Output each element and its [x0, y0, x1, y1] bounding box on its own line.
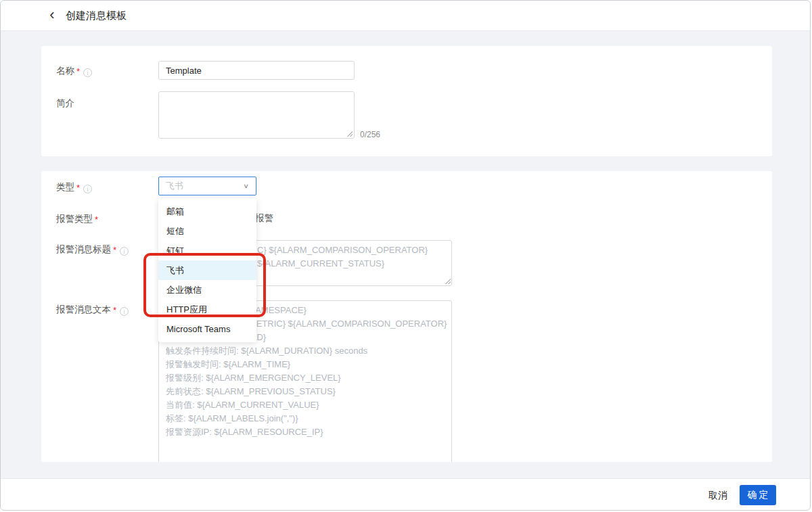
- dropdown-option[interactable]: 飞书: [158, 260, 256, 280]
- footer-bar: 取消 确定: [1, 478, 810, 511]
- alarm-type-value-partial: 报警: [255, 212, 273, 225]
- basic-info-card: 名称*i Template 简介 0/256: [41, 46, 772, 156]
- info-icon[interactable]: i: [83, 68, 92, 77]
- required-asterisk: *: [76, 66, 80, 76]
- dropdown-option[interactable]: 企业微信: [158, 280, 256, 300]
- textarea-line: 标签: ${ALARM_LABELS.join(",")}: [166, 412, 445, 425]
- textarea-line: 报警触发时间: ${ALARM_TIME}: [166, 358, 445, 371]
- alarm-type-label: 报警类型*: [56, 213, 98, 225]
- name-label: 名称*i: [56, 65, 92, 77]
- dropdown-option[interactable]: 短信: [158, 221, 256, 241]
- name-input-value: Template: [166, 66, 202, 76]
- dropdown-option[interactable]: 邮箱: [158, 202, 256, 221]
- info-icon[interactable]: i: [120, 307, 129, 316]
- required-asterisk: *: [95, 214, 98, 225]
- dropdown-option[interactable]: 钉钉: [158, 241, 256, 260]
- textarea-line: 报警资源IP: ${ALARM_RESOURCE_IP}: [166, 425, 445, 439]
- alarm-text-label: 报警消息文本*i: [56, 304, 129, 316]
- required-asterisk: *: [113, 305, 116, 315]
- info-icon[interactable]: i: [120, 247, 129, 256]
- dropdown-option[interactable]: Microsoft Teams: [158, 319, 256, 339]
- textarea-line: 触发条件持续时间: ${ALARM_DURATION} seconds: [166, 344, 445, 358]
- page-header: ‹ 创建消息模板: [1, 1, 810, 31]
- chevron-down-icon: ∨: [243, 183, 249, 190]
- confirm-button[interactable]: 确定: [740, 485, 776, 505]
- textarea-line: 当前值: ${ALARM_CURRENT_VALUE}: [166, 398, 445, 412]
- alarm-title-label: 报警消息标题*i: [56, 243, 129, 256]
- intro-textarea[interactable]: [158, 91, 355, 139]
- page-title: 创建消息模板: [66, 9, 127, 22]
- textarea-line: 报警级别: ${ALARM_EMERGENCY_LEVEL}: [166, 371, 445, 385]
- textarea-line: 先前状态: ${ALARM_PREVIOUS_STATUS}: [166, 385, 445, 398]
- type-dropdown-panel: 邮箱短信钉钉飞书企业微信HTTP应用Microsoft Teams: [158, 198, 256, 342]
- cancel-button[interactable]: 取消: [706, 486, 730, 506]
- required-asterisk: *: [76, 183, 80, 193]
- name-input[interactable]: Template: [158, 61, 355, 80]
- type-select[interactable]: 飞书 ∨: [158, 177, 256, 195]
- required-asterisk: *: [113, 245, 116, 255]
- resize-handle-icon[interactable]: [445, 278, 451, 284]
- resize-handle-icon[interactable]: [346, 131, 353, 137]
- intro-char-counter: 0/256: [360, 130, 380, 139]
- info-icon[interactable]: i: [83, 185, 92, 193]
- template-detail-card: 类型*i 飞书 ∨ 报警类型* 报警 报警消息标题*i C} ${ALARM_C…: [41, 171, 772, 462]
- create-message-template-page: ‹ 创建消息模板 名称*i Template 简介 0/256 类型*i 飞书 …: [0, 0, 811, 511]
- back-icon[interactable]: ‹: [44, 7, 60, 24]
- type-label: 类型*i: [56, 181, 92, 193]
- dropdown-option[interactable]: HTTP应用: [158, 300, 256, 319]
- type-select-value: 飞书: [166, 180, 243, 192]
- intro-label: 简介: [56, 97, 74, 110]
